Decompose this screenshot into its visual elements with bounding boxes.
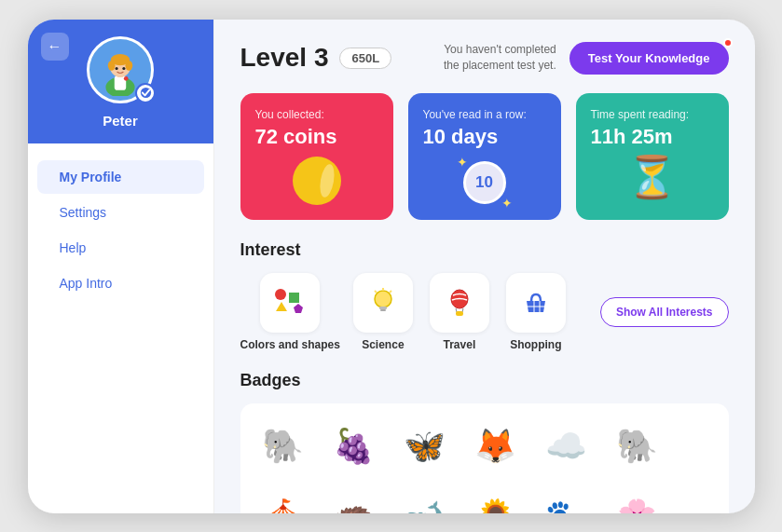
interests-row: Colors and shapes [240, 273, 729, 353]
colors-shapes-svg [272, 285, 308, 321]
shopping-svg [519, 286, 553, 320]
interest-label-shopping: Shopping [510, 338, 561, 353]
badge-item-1[interactable]: 🍇 [326, 418, 382, 474]
sidebar-item-my-profile[interactable]: My Profile [37, 160, 204, 194]
days-label: You've read in a row: [423, 108, 546, 121]
interest-item-travel[interactable]: Travel [426, 273, 493, 353]
back-button[interactable]: ← [41, 33, 69, 61]
svg-line-20 [375, 291, 377, 293]
stat-card-time: Time spent reading: 11h 25m ⏳ [576, 93, 729, 220]
test-btn-label: Test Your Knowledge [588, 51, 710, 65]
sidebar-nav: My Profile Settings Help App Intro [28, 143, 213, 317]
svg-marker-14 [294, 304, 303, 313]
level-badge: 650L [339, 48, 391, 69]
interest-label-colors: Colors and shapes [240, 338, 340, 353]
time-label: Time spent reading: [591, 108, 714, 121]
badges-section: Badges 🐘 🍇 🦋 🦊 ☁️ 🐘 🎪 🦔 🐋 🌻 🐾 🌸 [240, 371, 729, 512]
svg-rect-12 [289, 293, 299, 303]
badge-item-2[interactable]: 🦋 [397, 418, 453, 474]
svg-point-7 [116, 66, 118, 69]
badge-item-8[interactable]: 🐋 [397, 489, 453, 512]
svg-rect-16 [379, 307, 387, 309]
badge-item-7[interactable]: 🦔 [326, 489, 382, 512]
sidebar: ← [28, 20, 214, 513]
hourglass-icon: ⏳ [626, 157, 678, 198]
svg-point-5 [108, 60, 116, 70]
science-svg [366, 286, 400, 320]
coin-icon [293, 157, 341, 205]
svg-rect-17 [380, 309, 386, 311]
placement-text: You haven't completed the placement test… [444, 42, 556, 74]
badge-item-10[interactable]: 🐾 [539, 489, 595, 512]
interest-label-science: Science [362, 338, 404, 353]
main-content: Level 3 650L You haven't completed the p… [214, 20, 755, 513]
svg-marker-11 [276, 302, 287, 311]
days-icon-area: ✦ 10 ✦ [423, 157, 546, 209]
interest-icon-science [353, 273, 413, 333]
badge-item-11[interactable]: 🌸 [610, 489, 665, 512]
days-badge-wrap: ✦ 10 ✦ [459, 157, 511, 209]
badge-item-3[interactable]: 🦊 [468, 418, 524, 474]
interest-item-colors[interactable]: Colors and shapes [240, 273, 340, 353]
badges-grid: 🐘 🍇 🦋 🦊 ☁️ 🐘 🎪 🦔 🐋 🌻 🐾 🌸 [240, 403, 729, 512]
stat-card-days: You've read in a row: 10 days ✦ 10 ✦ [408, 93, 561, 220]
sidebar-item-help[interactable]: Help [37, 231, 204, 265]
svg-point-8 [122, 66, 125, 69]
interest-icon-colors [260, 273, 320, 333]
notification-dot [723, 38, 733, 48]
sidebar-header: ← [28, 20, 213, 143]
coins-icon-area [255, 157, 378, 205]
show-all-interests-button[interactable]: Show All Interests [600, 297, 729, 327]
interest-icon-travel [430, 273, 489, 333]
time-value: 11h 25m [591, 125, 714, 149]
stats-row: You collected: 72 coins You've read in a… [240, 93, 729, 220]
interest-items: Colors and shapes [240, 273, 585, 353]
header-row: Level 3 650L You haven't completed the p… [240, 42, 729, 75]
coins-value: 72 coins [255, 125, 378, 149]
placement-line2: the placement test yet. [444, 59, 556, 72]
interests-section-title: Interest [240, 240, 729, 260]
sidebar-item-app-intro[interactable]: App Intro [37, 266, 204, 300]
interest-item-shopping[interactable]: Shopping [502, 273, 569, 353]
star-bottom-right: ✦ [501, 196, 513, 211]
days-badge: 10 [463, 161, 506, 204]
svg-point-13 [275, 289, 286, 300]
username-label: Peter [103, 113, 138, 129]
checkmark-icon [140, 87, 152, 99]
days-value: 10 days [423, 125, 546, 149]
coins-label: You collected: [255, 108, 378, 121]
star-top-left: ✦ [457, 155, 468, 170]
placement-line1: You haven't completed [444, 43, 556, 56]
svg-point-6 [125, 60, 132, 70]
badges-section-title: Badges [240, 371, 729, 390]
svg-point-15 [375, 291, 391, 307]
time-icon-area: ⏳ [591, 157, 714, 198]
device-frame: ← [28, 20, 755, 513]
level-title: Level 3 [240, 43, 329, 73]
avatar-wrap [87, 36, 154, 103]
badge-item-6[interactable]: 🎪 [255, 489, 311, 512]
svg-line-19 [390, 291, 391, 293]
badge-item-9[interactable]: 🌻 [468, 489, 524, 512]
sidebar-item-settings[interactable]: Settings [37, 196, 204, 229]
svg-point-9 [124, 76, 129, 81]
badge-item-5[interactable]: 🐘 [610, 418, 665, 474]
badge-item-0[interactable]: 🐘 [255, 418, 311, 474]
avatar-check-badge [135, 83, 156, 103]
interest-icon-shopping [506, 273, 566, 333]
travel-svg [443, 286, 476, 320]
stat-card-coins: You collected: 72 coins [240, 93, 393, 220]
interest-label-travel: Travel [444, 338, 476, 353]
test-knowledge-button[interactable]: Test Your Knowledge [569, 42, 729, 75]
header-right: You haven't completed the placement test… [444, 42, 728, 75]
interest-item-science[interactable]: Science [350, 273, 417, 353]
svg-rect-25 [456, 311, 463, 316]
badge-item-4[interactable]: ☁️ [539, 418, 595, 474]
level-group: Level 3 650L [240, 43, 392, 73]
